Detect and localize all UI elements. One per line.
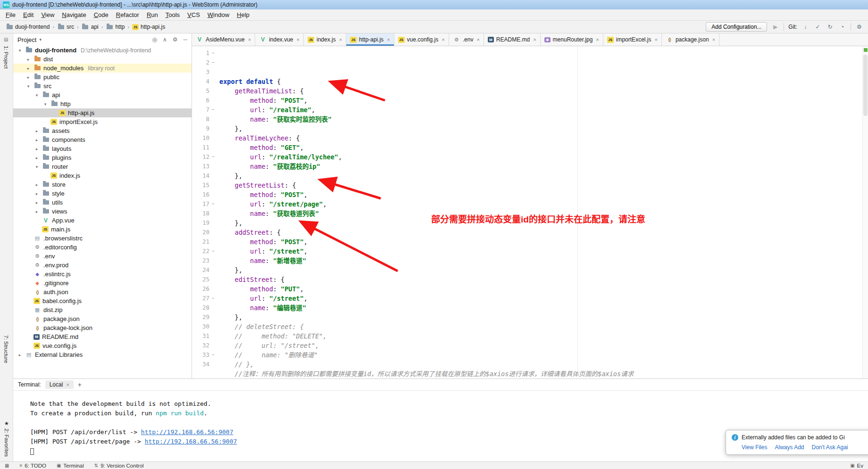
menu-refactor[interactable]: Refactor bbox=[112, 10, 143, 20]
tree-item-.eslintrc.js[interactable]: ◆.eslintrc.js bbox=[13, 270, 192, 279]
breadcrumb-item-http-api.js[interactable]: JShttp-api.js bbox=[131, 24, 166, 30]
tree-item-.browserslistrc[interactable]: ▤.browserslistrc bbox=[13, 234, 192, 243]
tree-item-http-api.js[interactable]: JShttp-api.js bbox=[13, 108, 192, 117]
close-icon[interactable]: × bbox=[712, 37, 715, 42]
editor-tab-.env[interactable]: ⚙.env× bbox=[449, 33, 484, 46]
close-icon[interactable]: × bbox=[297, 37, 300, 42]
tree-item-http[interactable]: ▾http bbox=[13, 99, 192, 108]
editor-tab-menurouter.jpg[interactable]: menuRouter.jpg× bbox=[541, 33, 603, 46]
tree-item-views[interactable]: ▸views bbox=[13, 207, 192, 216]
tree-item-duoji-frontend[interactable]: ▾duoji-frontendD:\zheheWeb\duoji-fronten… bbox=[13, 46, 192, 55]
run-button[interactable]: ▶ bbox=[771, 24, 779, 30]
editor-tab-readme.md[interactable]: MREADME.md× bbox=[484, 33, 541, 46]
chevron-right-icon[interactable]: ▸ bbox=[34, 209, 40, 214]
chevron-down-icon[interactable]: ▾ bbox=[34, 165, 40, 169]
fold-marker-icon[interactable]: − bbox=[209, 105, 217, 115]
breadcrumb-item-http[interactable]: http bbox=[105, 24, 125, 31]
chevron-right-icon[interactable]: ▸ bbox=[34, 182, 40, 187]
tree-item-package.json[interactable]: {}package.json bbox=[13, 314, 192, 323]
tree-item-.env.prod[interactable]: ⚙.env.prod bbox=[13, 261, 192, 270]
menu-view[interactable]: View bbox=[37, 10, 58, 20]
terminal-tab-local[interactable]: Local × bbox=[45, 380, 74, 389]
close-icon[interactable]: × bbox=[476, 37, 479, 42]
tree-item-api[interactable]: ▾api bbox=[13, 91, 192, 99]
chevron-right-icon[interactable]: ▸ bbox=[34, 138, 40, 142]
fold-marker-icon[interactable]: − bbox=[209, 58, 217, 67]
chevron-down-icon[interactable]: ▾ bbox=[39, 37, 42, 42]
update-project-button[interactable]: ↓ bbox=[801, 24, 810, 30]
tree-item-babel.config.js[interactable]: JSbabel.config.js bbox=[13, 296, 192, 305]
tree-item-index.js[interactable]: JSindex.js bbox=[13, 171, 192, 180]
tree-item-router[interactable]: ▾router bbox=[13, 162, 192, 171]
status-item-terminal[interactable]: ▣Terminal bbox=[57, 463, 84, 469]
tree-item-style[interactable]: ▸style bbox=[13, 189, 192, 198]
settings-button[interactable]: ⚙ bbox=[855, 24, 863, 30]
menu-tools[interactable]: Tools bbox=[162, 10, 184, 20]
chevron-down-icon[interactable]: ▾ bbox=[17, 48, 23, 53]
tree-item-.gitignore[interactable]: ◆.gitignore bbox=[13, 279, 192, 288]
editor-tab-importexcel.js[interactable]: JSimportExcel.js× bbox=[603, 33, 662, 46]
tree-item-app.vue[interactable]: VApp.vue bbox=[13, 216, 192, 225]
hide-panel-button[interactable]: ─ bbox=[183, 36, 187, 43]
menu-code[interactable]: Code bbox=[90, 10, 112, 20]
view-files-link[interactable]: View Files bbox=[742, 444, 767, 451]
editor-tab-index.vue[interactable]: Vindex.vue× bbox=[255, 33, 304, 46]
new-terminal-tab-button[interactable]: + bbox=[78, 381, 82, 388]
settings-button[interactable]: ⚙ bbox=[173, 36, 178, 43]
tree-item-plugins[interactable]: ▸plugins bbox=[13, 153, 192, 162]
breadcrumb-item-duoji-frontend[interactable]: duoji-frontend bbox=[5, 24, 50, 31]
tree-item-.env[interactable]: ⚙.env bbox=[13, 252, 192, 261]
fold-marker-icon[interactable]: − bbox=[209, 294, 217, 303]
menu-file[interactable]: File bbox=[2, 10, 19, 20]
chevron-right-icon[interactable]: ▸ bbox=[34, 147, 40, 151]
tree-item-dist[interactable]: ▸dist bbox=[13, 55, 192, 64]
add-configuration-button[interactable]: Add Configuration... bbox=[706, 22, 767, 32]
tool-button-project[interactable]: 1: Project bbox=[3, 46, 9, 69]
always-add-link[interactable]: Always Add bbox=[775, 444, 804, 451]
breadcrumb-item-src[interactable]: src bbox=[56, 24, 75, 31]
close-icon[interactable]: × bbox=[339, 37, 342, 42]
fold-marker-icon[interactable]: − bbox=[209, 350, 217, 360]
tool-window-switcher-icon[interactable]: ▦ bbox=[5, 463, 9, 468]
tool-button-favorites[interactable]: ★ 2: Favorites bbox=[3, 420, 10, 457]
editor-tab-http-api.js[interactable]: JShttp-api.js× bbox=[346, 33, 394, 46]
tree-item-assets[interactable]: ▸assets bbox=[13, 126, 192, 135]
fold-marker-icon[interactable]: − bbox=[209, 199, 217, 209]
editor-tab-index.js[interactable]: JSindex.js× bbox=[304, 33, 346, 46]
tree-item-dist.zip[interactable]: ▦dist.zip bbox=[13, 305, 192, 314]
menu-help[interactable]: Help bbox=[233, 10, 253, 20]
chevron-right-icon[interactable]: ▸ bbox=[25, 66, 31, 71]
chevron-down-icon[interactable]: ▾ bbox=[34, 93, 40, 98]
menu-navigate[interactable]: Navigate bbox=[58, 10, 90, 20]
chevron-right-icon[interactable]: ▸ bbox=[34, 200, 40, 205]
chevron-right-icon[interactable]: ▸ bbox=[25, 75, 31, 80]
tree-item-node-modules[interactable]: ▸node_moduleslibrary root bbox=[13, 64, 192, 73]
chevron-down-icon[interactable]: ▾ bbox=[42, 102, 48, 107]
tree-item-vue.config.js[interactable]: JSvue.config.js bbox=[13, 341, 192, 350]
tool-button-structure[interactable]: 7: Structure bbox=[3, 335, 9, 363]
menu-run[interactable]: Run bbox=[143, 10, 162, 20]
terminal-link[interactable]: http://192.168.66.56:9007 bbox=[145, 438, 237, 445]
tree-item-layouts[interactable]: ▸layouts bbox=[13, 144, 192, 153]
tree-item-external-libraries[interactable]: ▸▤External Libraries bbox=[13, 350, 192, 359]
project-panel-title[interactable]: Project bbox=[17, 36, 36, 43]
fold-marker-icon[interactable]: − bbox=[209, 152, 217, 162]
tree-item-src[interactable]: ▾src bbox=[13, 82, 192, 91]
close-icon[interactable]: × bbox=[442, 37, 444, 42]
chevron-right-icon[interactable]: ▸ bbox=[34, 129, 40, 133]
tree-item-package-lock.json[interactable]: {}package-lock.json bbox=[13, 323, 192, 332]
chevron-down-icon[interactable]: ▾ bbox=[25, 84, 31, 89]
history-button[interactable]: ◔ bbox=[838, 24, 846, 30]
tree-item-store[interactable]: ▸store bbox=[13, 180, 192, 189]
code-editor[interactable]: 1−2−34567−89101112−1314151617−1819202122… bbox=[192, 46, 868, 378]
rollback-button[interactable]: ↻ bbox=[826, 24, 834, 30]
editor-tab-asidemenu.vue[interactable]: VAsideMenu.vue× bbox=[192, 33, 255, 46]
chevron-right-icon[interactable]: ▸ bbox=[34, 191, 40, 196]
close-icon[interactable]: × bbox=[66, 382, 69, 387]
tree-item-main.js[interactable]: JSmain.js bbox=[13, 225, 192, 234]
close-icon[interactable]: × bbox=[596, 37, 599, 42]
editor-scrollbar[interactable] bbox=[862, 46, 868, 378]
close-icon[interactable]: × bbox=[248, 37, 251, 42]
menu-vcs[interactable]: VCS bbox=[184, 10, 204, 20]
scrollbar-thumb[interactable] bbox=[863, 55, 868, 116]
